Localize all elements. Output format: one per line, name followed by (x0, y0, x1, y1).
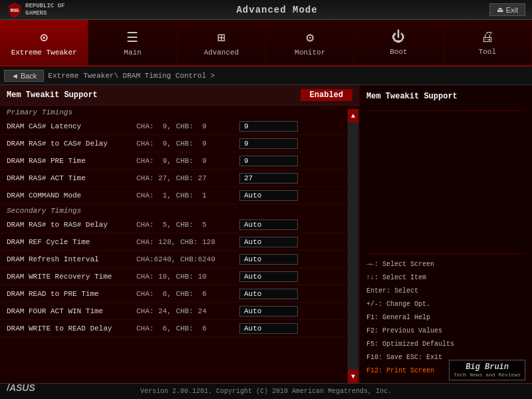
timing-name: DRAM CAS# Latency (7, 122, 136, 130)
svg-text:ROG: ROG (11, 8, 19, 13)
boot-icon: ⏻ (392, 29, 405, 45)
svg-text:/ASUS: /ASUS (7, 382, 35, 393)
shortcut-change: +/-: Change Opt. (366, 299, 525, 310)
main-icon: ☰ (126, 29, 138, 46)
rog-text: REPUBLIC OFGAMERS (25, 3, 65, 17)
right-panel: Mem Tweakit Support →←: Select Screen ↑↓… (359, 85, 532, 383)
timing-row-write-recovery[interactable]: DRAM WRITE Recovery Time CHA: 10, CHB: 1… (0, 268, 359, 285)
timing-cha: CHA: 1, CHB: 1 (136, 192, 239, 200)
extreme-tweaker-icon: ⊙ (40, 29, 48, 46)
timing-cha: CHA: 5, CHB: 5 (136, 221, 239, 229)
timing-name: DRAM WRITE to READ Delay (7, 325, 136, 332)
timing-value-input[interactable] (239, 156, 298, 166)
timing-value-input[interactable] (239, 121, 298, 132)
tab-advanced-label: Advanced (203, 49, 239, 57)
left-panel: Mem Tweakit Support Enabled Primary Timi… (0, 85, 359, 383)
timing-row-write-read[interactable]: DRAM WRITE to READ Delay CHA: 6, CHB: 6 (0, 320, 359, 337)
timing-value-input[interactable] (239, 271, 298, 282)
tool-icon: 🖨 (481, 29, 494, 45)
tab-main-label: Main (124, 49, 141, 57)
timing-row-cas-latency[interactable]: DRAM CAS# Latency CHA: 9, CHB: 9 (0, 118, 359, 135)
timing-cha: CHA: 6, CHB: 6 (136, 290, 239, 298)
timing-value-input[interactable] (239, 173, 298, 184)
scrollbar[interactable]: ▲ ▼ (347, 109, 359, 383)
scroll-down-button[interactable]: ▼ (348, 370, 358, 383)
timing-value-input[interactable] (239, 289, 298, 299)
shortcut-f1: F1: General Help (366, 313, 525, 323)
breadcrumb-path: Extreme Tweaker\ DRAM Timing Control > (48, 72, 215, 80)
back-button[interactable]: ◄ Back (4, 70, 44, 82)
shortcut-select-item: ↑↓: Select Item (366, 273, 525, 283)
timing-name: DRAM Refresh Interval (7, 255, 136, 263)
timing-row-command-mode[interactable]: DRAM COMMAND Mode CHA: 1, CHB: 1 (0, 187, 359, 204)
timing-name: DRAM RAS# to RAS# Delay (7, 221, 136, 229)
rog-logo: ROG REPUBLIC OFGAMERS (7, 2, 65, 18)
timing-value-input[interactable] (239, 219, 298, 230)
timing-row-ras-ras[interactable]: DRAM RAS# to RAS# Delay CHA: 5, CHB: 5 (0, 216, 359, 233)
timing-value-input[interactable] (239, 254, 298, 265)
shortcut-f5: F5: Optimized Defaults (366, 339, 525, 350)
scroll-up-button[interactable]: ▲ (348, 109, 358, 122)
header: ROG REPUBLIC OFGAMERS Advanced Mode ⏏ Ex… (0, 0, 532, 20)
timing-cha: CHA: 24, CHB: 24 (136, 307, 239, 315)
timing-cha: CHA: 27, CHB: 27 (136, 174, 239, 182)
timing-row-ras-cas[interactable]: DRAM RAS# to CAS# Delay CHA: 9, CHB: 9 (0, 135, 359, 152)
tab-advanced[interactable]: ⊞ Advanced (178, 20, 266, 65)
help-divider (366, 110, 525, 111)
primary-timings-label: Primary Timings (0, 106, 359, 118)
tab-boot[interactable]: ⏻ Boot (354, 20, 443, 65)
back-label: Back (21, 72, 37, 80)
tab-boot-label: Boot (390, 48, 407, 56)
timing-name: DRAM RAS# to CAS# Delay (7, 140, 136, 148)
scroll-track (348, 122, 358, 370)
timing-value-input[interactable] (239, 306, 298, 317)
timing-cha: CHA: 128, CHB: 128 (136, 238, 239, 246)
breadcrumb: ◄ Back Extreme Tweaker\ DRAM Timing Cont… (0, 66, 532, 85)
shortcut-select-screen: →←: Select Screen (366, 259, 525, 270)
timing-cha: CHA: 9, CHB: 9 (136, 122, 239, 130)
footer: /ASUS Version 2.00.1201. Copyright (C) 2… (0, 383, 532, 399)
timing-value-input[interactable] (239, 237, 298, 247)
timing-row-ras-act[interactable]: DRAM RAS# ACT Time CHA: 27, CHB: 27 (0, 170, 359, 187)
timing-cha: CHA: 9, CHB: 9 (136, 157, 239, 165)
nav-tabs: ⊙ Extreme Tweaker ☰ Main ⊞ Advanced ⚙ Mo… (0, 20, 532, 66)
timing-name: DRAM RAS# PRE Time (7, 157, 136, 165)
tab-tool[interactable]: 🖨 Tool (444, 20, 532, 65)
tab-monitor[interactable]: ⚙ Monitor (266, 20, 354, 65)
mem-tweakit-label: Mem Tweakit Support (7, 90, 98, 100)
back-icon: ◄ (11, 72, 19, 80)
bigbruin-subtitle: Tech News and Reviews (454, 372, 521, 378)
timing-cha: CHA: 10, CHB: 10 (136, 273, 239, 281)
monitor-icon: ⚙ (306, 29, 314, 46)
shortcut-enter: Enter: Select (366, 286, 525, 297)
timing-row-ras-pre[interactable]: DRAM RAS# PRE Time CHA: 9, CHB: 9 (0, 152, 359, 170)
timing-name: DRAM READ to PRE Time (7, 290, 136, 298)
timing-cha: CHA:6240, CHB:6240 (136, 255, 239, 263)
shortcut-f2: F2: Previous Values (366, 326, 525, 336)
timing-name: DRAM REF Cycle Time (7, 238, 136, 246)
secondary-timings-label: Secondary Timings (0, 204, 359, 216)
timing-value-input[interactable] (239, 190, 298, 201)
timing-value-input[interactable] (239, 323, 298, 334)
timing-cha: CHA: 9, CHB: 9 (136, 140, 239, 148)
timing-value-input[interactable] (239, 138, 298, 149)
footer-text: Version 2.00.1201. Copyright (C) 2010 Am… (140, 388, 392, 395)
help-divider-2 (366, 253, 525, 254)
help-title: Mem Tweakit Support (366, 92, 525, 101)
bigbruin-watermark: Big Bruin Tech News and Reviews (449, 360, 525, 380)
tab-extreme-tweaker[interactable]: ⊙ Extreme Tweaker (0, 20, 88, 65)
timing-row-read-pre[interactable]: DRAM READ to PRE Time CHA: 6, CHB: 6 (0, 285, 359, 303)
timing-name: DRAM WRITE Recovery Time (7, 273, 136, 281)
tab-monitor-label: Monitor (295, 49, 325, 57)
tab-extreme-tweaker-label: Extreme Tweaker (11, 49, 77, 57)
mem-tweakit-value: Enabled (301, 89, 352, 101)
mem-tweakit-row[interactable]: Mem Tweakit Support Enabled (0, 85, 359, 106)
main-content: Mem Tweakit Support Enabled Primary Timi… (0, 85, 532, 383)
timing-row-refresh-interval[interactable]: DRAM Refresh Interval CHA:6240, CHB:6240 (0, 251, 359, 268)
timing-row-ref-cycle[interactable]: DRAM REF Cycle Time CHA: 128, CHB: 128 (0, 233, 359, 251)
timing-name: DRAM RAS# ACT Time (7, 174, 136, 182)
exit-button[interactable]: ⏏ Exit (489, 3, 525, 16)
exit-icon: ⏏ (497, 5, 503, 14)
timing-row-four-act[interactable]: DRAM FOUR ACT WIN Time CHA: 24, CHB: 24 (0, 303, 359, 320)
tab-main[interactable]: ☰ Main (88, 20, 177, 65)
